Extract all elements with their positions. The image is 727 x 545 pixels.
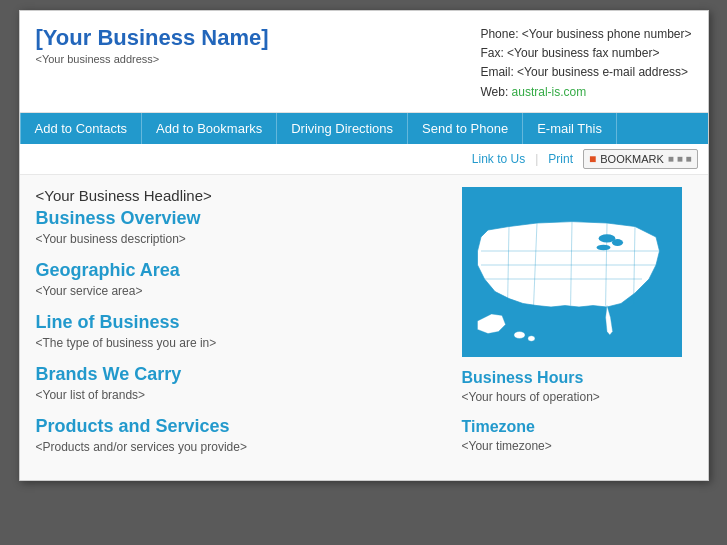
nav-send-to-phone[interactable]: Send to Phone	[408, 113, 523, 144]
section-overview-title: Business Overview	[36, 208, 442, 229]
bookmark-button[interactable]: ■ BOOKMARK ■ ■ ■	[583, 149, 698, 169]
header-left: [Your Business Name] <Your business addr…	[36, 25, 269, 102]
bookmark-icon: ■	[589, 152, 596, 166]
business-headline: <Your Business Headline>	[36, 187, 442, 204]
section-products-desc: <Products and/or services you provide>	[36, 440, 442, 454]
business-hours-title: Business Hours	[462, 369, 692, 387]
timezone-desc: <Your timezone>	[462, 439, 692, 453]
fax-line: Fax: <Your business fax number>	[480, 44, 691, 63]
bookmark-label: BOOKMARK	[600, 153, 664, 165]
section-brands: Brands We Carry <Your list of brands>	[36, 364, 442, 402]
section-geographic: Geographic Area <Your service area>	[36, 260, 442, 298]
section-brands-title: Brands We Carry	[36, 364, 442, 385]
right-column: Business Hours <Your hours of operation>…	[462, 187, 692, 468]
svg-point-13	[527, 335, 534, 341]
navbar: Add to Contacts Add to Bookmarks Driving…	[20, 113, 708, 144]
section-geographic-title: Geographic Area	[36, 260, 442, 281]
nav-add-to-bookmarks[interactable]: Add to Bookmarks	[142, 113, 277, 144]
web-line: Web: austral-is.com	[480, 83, 691, 102]
bookmark-extra-icons: ■ ■ ■	[668, 153, 692, 164]
svg-point-11	[596, 244, 610, 250]
svg-point-10	[611, 239, 622, 246]
section-overview-desc: <Your business description>	[36, 232, 442, 246]
business-hours-desc: <Your hours of operation>	[462, 390, 692, 404]
business-name: [Your Business Name]	[36, 25, 269, 51]
web-label: Web:	[480, 85, 508, 99]
section-lob-title: Line of Business	[36, 312, 442, 333]
usa-map-svg	[467, 192, 677, 352]
header: [Your Business Name] <Your business addr…	[20, 11, 708, 113]
svg-point-12	[513, 331, 524, 338]
left-column: <Your Business Headline> Business Overvi…	[36, 187, 462, 468]
page-wrapper: [Your Business Name] <Your business addr…	[19, 10, 709, 481]
business-address: <Your business address>	[36, 53, 269, 65]
nav-email-this[interactable]: E-mail This	[523, 113, 617, 144]
section-geographic-desc: <Your service area>	[36, 284, 442, 298]
print-link[interactable]: Print	[548, 152, 573, 166]
section-brands-desc: <Your list of brands>	[36, 388, 442, 402]
map-container	[462, 187, 682, 357]
toolbar-separator: |	[535, 152, 538, 166]
section-products: Products and Services <Products and/or s…	[36, 416, 442, 454]
toolbar: Link to Us | Print ■ BOOKMARK ■ ■ ■	[20, 144, 708, 175]
nav-driving-directions[interactable]: Driving Directions	[277, 113, 408, 144]
section-timezone: Timezone <Your timezone>	[462, 418, 692, 453]
nav-add-to-contacts[interactable]: Add to Contacts	[20, 113, 143, 144]
header-right: Phone: <Your business phone number> Fax:…	[480, 25, 691, 102]
phone-line: Phone: <Your business phone number>	[480, 25, 691, 44]
link-to-us[interactable]: Link to Us	[472, 152, 525, 166]
section-line-of-business: Line of Business <The type of business y…	[36, 312, 442, 350]
section-business-hours: Business Hours <Your hours of operation>	[462, 369, 692, 404]
email-line: Email: <Your business e-mail address>	[480, 63, 691, 82]
web-url[interactable]: austral-is.com	[512, 85, 587, 99]
section-lob-desc: <The type of business you are in>	[36, 336, 442, 350]
section-overview: Business Overview <Your business descrip…	[36, 208, 442, 246]
section-products-title: Products and Services	[36, 416, 442, 437]
timezone-title: Timezone	[462, 418, 692, 436]
main-content: <Your Business Headline> Business Overvi…	[20, 175, 708, 480]
